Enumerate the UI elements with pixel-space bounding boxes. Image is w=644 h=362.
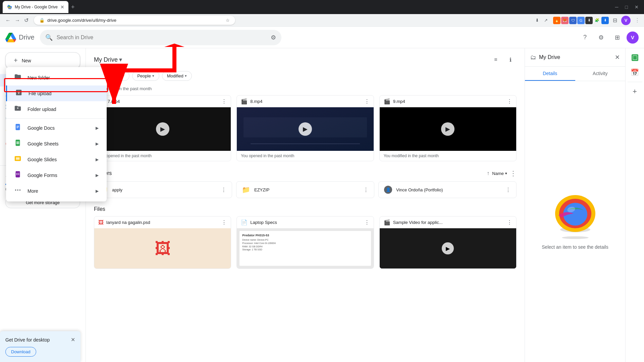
folder-icon-ezyzip: 📁 (242, 186, 250, 194)
people-filter[interactable]: People ▾ (132, 71, 159, 81)
plus-icon: + (14, 57, 18, 64)
dropdown-divider-1 (6, 118, 107, 119)
app-icon-plus[interactable]: + (628, 85, 642, 98)
folder-portfolio[interactable]: 👤 Vince Ordoña (Portfolio) ⋮ (378, 181, 517, 198)
file-more-8[interactable]: ⋮ (364, 98, 370, 105)
modified-filter[interactable]: Modified ▾ (162, 71, 192, 81)
svg-rect-11 (16, 128, 18, 128)
right-panel-empty-text: Select an item to see the details (542, 244, 608, 250)
address-icons: ⬇ ↗ (534, 17, 549, 24)
user-avatar[interactable]: V (627, 32, 639, 44)
dropdown-google-slides[interactable]: Google Slides ▶ (6, 152, 107, 167)
sample-video-more[interactable]: ⋮ (507, 219, 512, 226)
download-icon[interactable]: ⬇ (534, 17, 540, 24)
maximize-btn[interactable]: □ (623, 3, 631, 11)
dropdown-google-forms[interactable]: Google Forms ▶ (6, 167, 107, 183)
search-filter-icon[interactable]: ⚙ (271, 34, 276, 41)
psd-more[interactable]: ⋮ (221, 219, 227, 226)
dropdown-google-sheets[interactable]: Google Sheets ▶ (6, 136, 107, 152)
app-icon-sheets[interactable] (628, 51, 642, 64)
file-card-9mp4[interactable]: 🎬 9.mp4 ⋮ ▶ You modified in the past mon… (379, 95, 517, 161)
refresh-btn[interactable]: ↺ (23, 16, 30, 25)
sort-direction-btn[interactable]: ↑ (487, 170, 489, 176)
folder-more-apply[interactable]: ⋮ (221, 187, 226, 193)
tab-details[interactable]: Details (525, 67, 575, 81)
folder-apply[interactable]: 📁 apply ⋮ (94, 181, 232, 198)
drive-logo[interactable]: Drive (5, 32, 35, 43)
ext-4[interactable]: G (577, 17, 585, 24)
star-icon: ☆ (226, 18, 230, 23)
file-doc[interactable]: 📄 Laptop Specs ⋮ Predator PH315-53 Devic… (236, 216, 374, 269)
folder-more-ezyzip[interactable]: ⋮ (363, 187, 369, 193)
file-psd[interactable]: 🖼 lanyard na gagalin.psd ⋮ 🖼 (94, 216, 231, 269)
active-tab[interactable]: My Drive - Google Drive ✕ (3, 1, 68, 13)
play-btn-8[interactable]: ▶ (299, 122, 312, 136)
dropdown-folder-upload[interactable]: Folder upload (6, 101, 107, 117)
google-docs-label: Google Docs (28, 125, 55, 131)
tab-bar: My Drive - Google Drive ✕ + (3, 1, 610, 13)
right-panel-close-btn[interactable]: ✕ (615, 54, 620, 61)
file-name-8: 8.mp4 (250, 99, 361, 104)
new-folder-label: New folder (28, 75, 50, 80)
back-btn[interactable]: ← (4, 16, 12, 25)
dropdown-file-upload[interactable]: File upload (6, 85, 107, 101)
type-filter[interactable]: Type ▾ (107, 71, 129, 81)
settings-btn[interactable]: ⚙ (594, 31, 608, 44)
folder-more-portfolio[interactable]: ⋮ (505, 187, 511, 193)
apps-btn[interactable]: ⊞ (610, 31, 624, 44)
new-tab-btn[interactable]: + (70, 2, 76, 12)
browser-profile-avatar[interactable]: V (621, 16, 631, 25)
dropdown-google-docs[interactable]: Google Docs ▶ (6, 120, 107, 136)
sidebar-toggle[interactable]: ⊟ (613, 17, 617, 23)
sort-name-btn[interactable]: Name ▾ (492, 171, 507, 176)
new-button-label: New (22, 58, 31, 63)
app-icon-calendar[interactable]: 📅 (628, 66, 642, 79)
play-btn-7[interactable]: ▶ (156, 122, 169, 136)
sample-video-name: Sample Video for applic... (393, 220, 504, 225)
breadcrumb-dropdown[interactable]: ▾ (119, 56, 122, 63)
illustration-shadow (562, 236, 589, 239)
ext-2[interactable]: 🦊 (561, 17, 569, 24)
tab-activity[interactable]: Activity (575, 67, 626, 81)
file-more-9[interactable]: ⋮ (507, 98, 512, 105)
ext-3[interactable]: 🛡 (569, 17, 577, 24)
doc-more[interactable]: ⋮ (364, 219, 370, 226)
search-input[interactable] (57, 35, 267, 41)
dropdown-new-folder[interactable]: New folder (6, 70, 107, 85)
ext-1[interactable]: 🔥 (553, 17, 560, 24)
svg-rect-10 (16, 127, 19, 127)
breadcrumb: My Drive ▾ (94, 56, 122, 63)
folders-more-btn[interactable]: ⋮ (510, 169, 517, 177)
right-panel-title: My Drive (539, 54, 612, 60)
file-card-7mp4[interactable]: 🎬 7.mp4 ⋮ ▶ You opened in the past month (94, 95, 231, 161)
url-bar[interactable]: 🔒 drive.google.com/drive/u/8/my-drive ☆ (34, 16, 235, 25)
new-button[interactable]: + New (5, 52, 80, 69)
notif-download-btn[interactable]: Download (5, 347, 36, 357)
right-panel-header: 🗂 My Drive ✕ (525, 48, 625, 67)
help-btn[interactable]: ? (578, 31, 592, 44)
file-more-7[interactable]: ⋮ (221, 98, 227, 105)
svg-point-26 (19, 189, 21, 191)
notif-close-btn[interactable]: ✕ (71, 337, 75, 343)
forward-btn[interactable]: → (13, 16, 21, 25)
search-bar[interactable]: 🔍 ⚙ (40, 30, 281, 45)
ext-5[interactable]: ⬇ (585, 17, 593, 24)
more-options-btn[interactable]: ⋮ (635, 17, 640, 23)
desktop-notification: Get Drive for desktop ✕ Download (0, 331, 80, 362)
tab-close-btn[interactable]: ✕ (60, 4, 64, 10)
address-bar: ← → ↺ 🔒 drive.google.com/drive/u/8/my-dr… (0, 14, 644, 27)
close-btn[interactable]: ✕ (632, 3, 641, 11)
folders-list: 📁 apply ⋮ 📁 EZYZIP ⋮ 👤 Vince Ordoña (Por… (94, 181, 517, 198)
folder-ezyzip[interactable]: 📁 EZYZIP ⋮ (236, 181, 374, 198)
ext-dl[interactable]: ⬇ (601, 17, 609, 24)
file-sample-video[interactable]: 🎬 Sample Video for applic... ⋮ ▶ (379, 216, 517, 269)
list-view-btn[interactable]: ≡ (490, 54, 502, 66)
ext-puzzle[interactable]: 🧩 (593, 17, 601, 24)
minimize-btn[interactable]: ─ (612, 3, 621, 11)
share-icon[interactable]: ↗ (542, 17, 549, 24)
svg-point-25 (17, 189, 18, 191)
file-card-8mp4[interactable]: 🎬 8.mp4 ⋮ ▶ You opened in the past month (236, 95, 374, 161)
dropdown-more[interactable]: More ▶ (6, 183, 107, 199)
files-list: 🖼 lanyard na gagalin.psd ⋮ 🖼 📄 Laptop Sp… (94, 216, 517, 269)
info-btn[interactable]: ℹ (504, 54, 517, 66)
